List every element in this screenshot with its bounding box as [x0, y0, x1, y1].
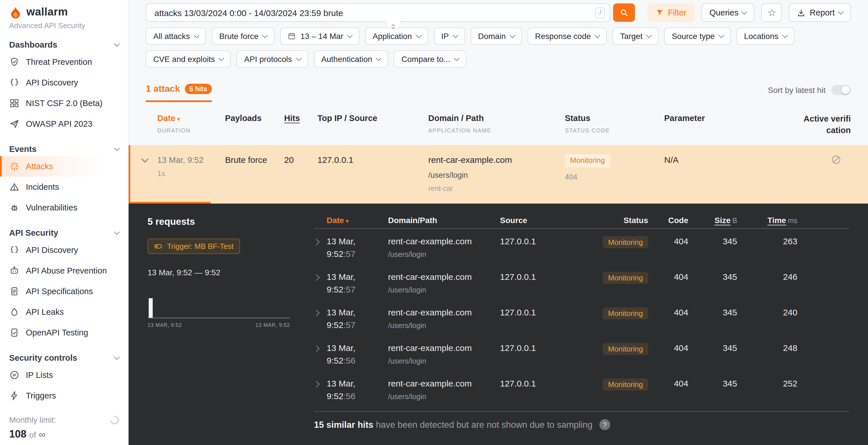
column-subheader-application: APPLICATION NAME: [428, 127, 560, 134]
column-header-time[interactable]: Timems: [737, 216, 797, 225]
chevron-down-icon: [718, 32, 724, 38]
request-time-cell: 240: [737, 308, 797, 317]
sort-toggle[interactable]: [831, 85, 851, 95]
expand-row-chevron-icon[interactable]: [313, 275, 320, 281]
chart-x-label-end: 13 MAR, 9:52: [255, 322, 290, 328]
sidebar-item-label: Incidents: [26, 182, 59, 192]
attack-row[interactable]: 13 Mar, 9:52 1s Brute force 20 127.0.0.1…: [129, 145, 868, 204]
request-size-cell: 345: [688, 379, 737, 388]
star-icon: ☆: [768, 7, 776, 19]
sidebar-item-triggers[interactable]: Triggers: [0, 385, 128, 406]
search-input[interactable]: [153, 7, 596, 18]
report-button[interactable]: Report: [789, 3, 851, 22]
sidebar-item-label: API Discovery: [26, 78, 78, 87]
sidebar-item-ip-lists[interactable]: IP IP Lists: [0, 365, 128, 385]
filter-chip-all-attacks[interactable]: All attacks: [146, 28, 206, 45]
search-button[interactable]: [613, 3, 635, 22]
column-header-code: Code: [648, 216, 688, 225]
status-badge: Monitoring: [603, 343, 648, 355]
sidebar-section-dashboards[interactable]: Dashboards: [0, 38, 128, 52]
trigger-label: Trigger: MB BF-Test: [167, 242, 234, 251]
sidebar-item-incidents[interactable]: Incidents: [0, 177, 128, 197]
sidebar-item-api-leaks[interactable]: API Leaks: [0, 302, 128, 322]
filter-chip-api-protocols[interactable]: API protocols: [237, 50, 308, 68]
filter-chip-date-range[interactable]: 13 – 14 Mar: [280, 28, 360, 45]
funnel-icon: [656, 9, 664, 16]
sidebar-section-api-security[interactable]: API Security: [0, 226, 128, 240]
trigger-chip[interactable]: Trigger: MB BF-Test: [148, 239, 240, 254]
filter-chip-application[interactable]: Application: [365, 28, 428, 45]
filter-button[interactable]: Filter: [648, 3, 694, 22]
warning-triangle-icon: [9, 182, 20, 192]
no-verification-icon[interactable]: [831, 154, 842, 165]
request-row[interactable]: 13 Mar,9:52:57 rent-car-example.com/user…: [314, 300, 849, 336]
sidebar-item-api-specifications[interactable]: API Specifications: [0, 281, 128, 302]
request-time-cell: 248: [737, 343, 797, 353]
request-domain-cell: rent-car-example.com/users/login: [388, 237, 500, 259]
column-header-date[interactable]: Date▾: [327, 216, 388, 225]
ip-circle-icon: IP: [9, 370, 20, 380]
expand-row-chevron-icon[interactable]: [313, 239, 320, 246]
collapse-row-chevron-icon[interactable]: [141, 156, 148, 163]
column-header-date[interactable]: Date▾ DURATION: [157, 113, 220, 134]
filter-chip-authentication[interactable]: Authentication: [314, 50, 388, 68]
filter-chip-brute-force[interactable]: Brute force: [212, 28, 275, 45]
column-header-status: Status: [585, 216, 648, 225]
sidebar-item-api-abuse-prevention[interactable]: API Abuse Prevention: [0, 260, 128, 281]
sampling-note: 15 similar hits have been detected but a…: [314, 412, 849, 431]
column-header-size[interactable]: SizeB: [688, 216, 737, 225]
sidebar-item-attacks[interactable]: Attacks: [0, 156, 128, 177]
column-subheader-duration: DURATION: [157, 127, 220, 134]
expand-row-chevron-icon[interactable]: [313, 381, 320, 388]
braces-icon: [9, 77, 20, 88]
request-status-cell: Monitoring: [585, 272, 648, 284]
request-row[interactable]: 13 Mar,9:52:56 rent-car-example.com/user…: [314, 336, 849, 371]
filter-chip-source-type[interactable]: Source type: [664, 28, 731, 45]
filter-chip-response-code[interactable]: Response code: [528, 28, 607, 45]
request-row[interactable]: 13 Mar,9:52:57 rent-car-example.com/user…: [314, 265, 849, 300]
status-badge: Monitoring: [603, 237, 648, 249]
column-subheader-status-code: STATUS CODE: [565, 127, 660, 134]
request-time-cell: 246: [737, 272, 797, 282]
sidebar-item-threat-prevention[interactable]: Threat Prevention: [0, 52, 128, 72]
expand-row-chevron-icon[interactable]: [313, 346, 320, 352]
request-code-cell: 404: [648, 343, 688, 353]
sidebar-item-api-discovery-2[interactable]: API Discovery: [0, 240, 128, 260]
sidebar-item-label: API Discovery: [26, 245, 78, 254]
filter-chip-locations[interactable]: Locations: [737, 28, 795, 45]
collapse-filters-handle[interactable]: [386, 21, 401, 29]
status-badge: Monitoring: [603, 308, 648, 320]
sidebar-item-label: Threat Prevention: [26, 57, 92, 67]
request-row[interactable]: 13 Mar,9:52:56 rent-car-example.com/user…: [314, 371, 849, 407]
sidebar-item-vulnerabilities[interactable]: Vulnerabilities: [0, 197, 128, 218]
filter-chip-compare-to[interactable]: Compare to...: [394, 50, 466, 68]
filter-chip-ip[interactable]: IP: [434, 28, 465, 45]
sidebar-item-openapi-testing[interactable]: OpenAPI Testing: [0, 322, 128, 343]
request-row[interactable]: 13 Mar,9:52:57 rent-car-example.com/user…: [314, 229, 849, 265]
request-code-cell: 404: [648, 272, 688, 282]
search-bar[interactable]: /: [146, 3, 611, 22]
request-status-cell: Monitoring: [585, 308, 648, 320]
tab-attacks-count[interactable]: 1 attack 5 hits: [146, 84, 212, 102]
monthly-limit: Monthly limit: 108 of ∞: [0, 415, 128, 440]
sidebar-section-security-controls[interactable]: Security controls: [0, 351, 128, 365]
queries-button[interactable]: Queries: [701, 3, 755, 22]
droplet-icon: [9, 307, 20, 317]
help-icon[interactable]: ?: [599, 419, 610, 431]
expand-row-chevron-icon[interactable]: [313, 310, 320, 317]
wallarm-flame-icon: [9, 6, 22, 19]
sidebar-item-owasp[interactable]: OWASP API 2023: [0, 113, 128, 134]
brand[interactable]: wallarm: [0, 5, 128, 20]
sidebar-section-events[interactable]: Events: [0, 142, 128, 156]
filter-chip-target[interactable]: Target: [613, 28, 659, 45]
attack-payload-cell: Brute force: [225, 154, 280, 165]
chart-bar[interactable]: [149, 299, 153, 318]
sidebar-item-nist-csf[interactable]: NIST CSF 2.0 (Beta): [0, 93, 128, 113]
filter-chip-domain[interactable]: Domain: [471, 28, 522, 45]
grid-icon: [9, 98, 20, 108]
sidebar-item-api-discovery[interactable]: API Discovery: [0, 72, 128, 93]
chevron-down-icon: [347, 32, 353, 38]
filter-chip-cve[interactable]: CVE and exploits: [146, 50, 231, 68]
favorite-star-button[interactable]: ☆: [762, 3, 782, 22]
column-header-hits[interactable]: Hits: [284, 113, 313, 123]
